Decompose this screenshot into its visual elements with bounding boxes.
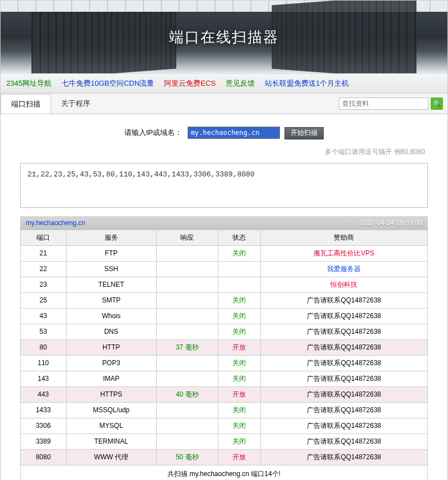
- table-row: 43Whois关闭广告请联系QQ14872638: [21, 308, 428, 324]
- nav-link[interactable]: 阿里云免费ECS: [164, 79, 216, 87]
- nav-link[interactable]: 七牛免费10GB空间CDN流量: [62, 79, 154, 87]
- banner: 端口在线扫描器: [1, 1, 447, 73]
- table-row: 21FTP关闭搬瓦工高性价比VPS: [21, 245, 428, 261]
- nav-link[interactable]: 意见反馈: [226, 79, 255, 87]
- table-row: 1433MSSQL/udp关闭广告请联系QQ14872638: [21, 402, 428, 418]
- table-header: 状态: [218, 230, 260, 245]
- table-header: 服务: [66, 230, 156, 245]
- search-icon: 🔍: [433, 100, 441, 108]
- tab-port-scan[interactable]: 端口扫描: [1, 94, 51, 114]
- ports-hint: 多个端口请用逗号隔开 例80,8080: [1, 144, 447, 160]
- table-row: 3389TERMINAL关闭广告请联系QQ14872638: [21, 434, 428, 449]
- table-row: 25SMTP关闭广告请联系QQ14872638: [21, 292, 428, 308]
- search-input[interactable]: [339, 97, 428, 110]
- ip-label: 请输入IP或域名：: [124, 128, 182, 137]
- ip-input[interactable]: [188, 127, 280, 139]
- table-row: 143IMAP关闭广告请联系QQ14872638: [21, 371, 428, 386]
- page-title: 端口在线扫描器: [169, 27, 279, 47]
- table-row: 80HTTP37 毫秒开放广告请联系QQ14872638: [21, 339, 428, 355]
- table-row: 443HTTPS40 毫秒开放广告请联系QQ14872638: [21, 386, 428, 402]
- result-table: 端口服务响应状态赞助商 21FTP关闭搬瓦工高性价比VPS22SSH我爱服务器2…: [20, 230, 428, 465]
- table-row: 53DNS关闭广告请联系QQ14872638: [21, 324, 428, 339]
- scan-form: 请输入IP或域名： 开始扫描: [1, 114, 447, 144]
- search-button[interactable]: 🔍: [431, 97, 443, 110]
- tab-bar: 端口扫描 关于程序 🔍: [1, 94, 447, 114]
- nav-link[interactable]: 站长联盟免费送1个月主机: [265, 79, 349, 87]
- top-nav: 2345网址导航七牛免费10GB空间CDN流量阿里云免费ECS意见反馈站长联盟免…: [1, 73, 447, 94]
- table-header: 赞助商: [260, 230, 427, 245]
- ports-textarea[interactable]: 21,22,23,25,43,53,80,110,143,443,1433,33…: [20, 163, 428, 208]
- tab-about[interactable]: 关于程序: [50, 94, 101, 114]
- nav-link[interactable]: 2345网址导航: [6, 79, 52, 87]
- table-row: 22SSH我爱服务器: [21, 261, 428, 277]
- result-host: my.hechaocheng.cn: [26, 219, 86, 227]
- table-row: 3306MYSQL关闭广告请联系QQ14872638: [21, 418, 428, 434]
- result-header: my.hechaocheng.cn 2016-04-14 19:59:00: [20, 216, 428, 230]
- table-row: 23TELNET恒创科技: [21, 277, 428, 292]
- table-header: 响应: [156, 230, 218, 245]
- result-timestamp: 2016-04-14 19:59:00: [360, 219, 422, 227]
- table-header: 端口: [21, 230, 67, 245]
- result-summary: 共扫描 my.hechaocheng.cn 端口14个!: [20, 465, 428, 481]
- table-row: 8080WWW 代理50 毫秒开放广告请联系QQ14872638: [21, 449, 428, 465]
- table-row: 110POP3关闭广告请联系QQ14872638: [21, 355, 428, 371]
- scan-button[interactable]: 开始扫描: [284, 127, 324, 139]
